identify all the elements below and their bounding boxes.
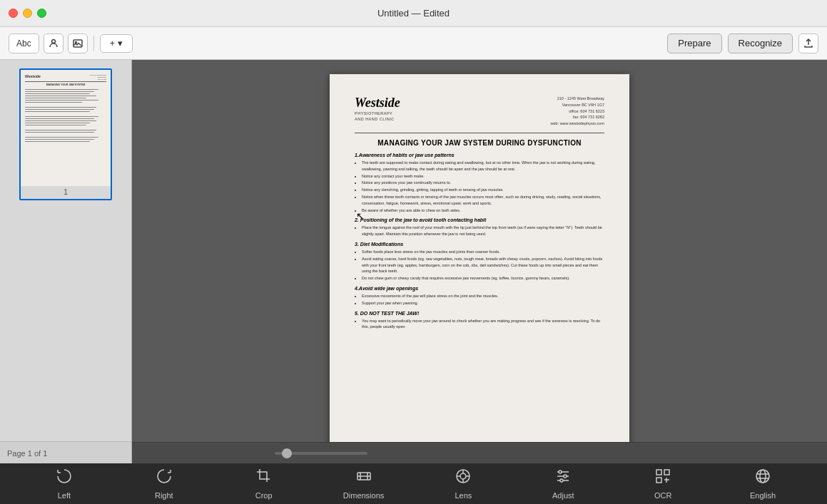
person-icon [49,38,59,48]
doc-s1-b2: Notice any contact your teeth make. [362,173,604,180]
text-tool-label: Abc [16,38,31,48]
sidebar: Westside 210-1245 West BroadwayVancouver… [0,60,132,463]
zoom-slider-track[interactable] [275,452,367,455]
text-tool-button[interactable]: Abc [9,34,39,53]
person-tool-button[interactable] [44,34,64,53]
rotate-right-tool[interactable]: Right [139,468,189,500]
address-phone: office: 604 731 6223 [550,108,604,115]
svg-point-18 [560,479,563,482]
lens-icon [455,468,472,489]
svg-point-17 [564,475,567,478]
add-button[interactable]: + ▾ [100,34,133,53]
svg-rect-19 [656,470,661,475]
address-fax: fax: 604 731 6282 [550,114,604,120]
address-web: web: www.westsidephysio.com [550,120,604,127]
doc-address: 210 - 1245 West Broadway Vancouver BC V6… [550,96,604,127]
svg-point-0 [51,39,55,43]
svg-rect-21 [656,478,661,483]
document-page: Westside PHYSIOTHERAPYAND HAND CLINIC 21… [330,74,629,442]
svg-point-8 [460,473,466,479]
lens-label: Lens [455,491,472,500]
share-button[interactable] [798,34,818,53]
page-number-label: 1 [21,186,111,199]
doc-s5-b1: You may want to periodically move your j… [362,318,604,331]
sidebar-pages: Westside 210-1245 West BroadwayVancouver… [0,60,131,441]
doc-section2-title: 2. Positioning of the jaw to avoid tooth… [355,217,604,222]
window-title: Untitled — Edited [377,8,450,19]
image-icon [73,38,83,48]
svg-point-25 [760,470,766,483]
svg-rect-20 [664,470,669,475]
dimensions-icon [355,468,372,489]
lens-tool[interactable]: Lens [438,468,488,500]
doc-logo: Westside PHYSIOTHERAPYAND HAND CLINIC [355,96,400,123]
zoom-slider-thumb[interactable] [282,448,292,458]
doc-section1-list: The teeth are supposed to make contact d… [355,160,604,213]
document-scroll[interactable]: Westside PHYSIOTHERAPYAND HAND CLINIC 21… [132,60,827,442]
doc-s1-b1: The teeth are supposed to make contact d… [362,160,604,173]
doc-s1-b5: Notice when these tooth contacts or tens… [362,194,604,207]
dimensions-tool[interactable]: Dimensions [339,468,389,500]
minimize-button[interactable] [23,9,32,18]
cursor-indicator: ↖ [356,210,365,222]
doc-section4-list: Excessive movements of the jaw will plac… [355,293,604,307]
crop-label: Crop [255,491,273,500]
doc-section4-title: 4.Avoid wide jaw openings [355,286,604,291]
ocr-icon [654,468,671,489]
page-thumbnail-1[interactable]: Westside 210-1245 West BroadwayVancouver… [19,68,112,200]
doc-section3-list: Softer foods place less stress on the ja… [355,249,604,282]
doc-s1-b6: Be aware of whether you are able to chew… [362,207,604,214]
doc-logo-subtext: PHYSIOTHERAPYAND HAND CLINIC [355,110,400,123]
english-tool[interactable]: English [738,468,788,500]
recognize-button[interactable]: Recognize [728,34,793,53]
doc-s3-b2: Avoid eating coarse, hard foods (eg. raw… [362,256,604,274]
window-controls [9,9,46,18]
doc-header: Westside PHYSIOTHERAPYAND HAND CLINIC 21… [355,96,604,127]
ocr-tool[interactable]: OCR [638,468,688,500]
doc-section5-list: You may want to periodically move your j… [355,318,604,331]
doc-title: MANAGING YOUR JAW SYSTEM DURING DYSFUNCT… [355,139,604,147]
english-label: English [750,491,776,500]
page-thumb-image: Westside 210-1245 West BroadwayVancouver… [21,70,111,186]
toolbar-divider [93,36,94,51]
titlebar: Untitled — Edited [0,0,827,27]
bottom-toolbar: Left Right Crop Dimensions [0,463,827,504]
doc-s4-b2: Support your jaw when yawning. [362,300,604,307]
document-area: Westside PHYSIOTHERAPYAND HAND CLINIC 21… [132,60,827,463]
sidebar-bottom: Page 1 of 1 [0,441,131,463]
doc-s4-b1: Excessive movements of the jaw will plac… [362,293,604,299]
crop-icon [255,468,273,489]
rotate-right-icon [156,468,173,489]
dimensions-label: Dimensions [343,491,384,500]
share-icon [803,38,813,48]
zoom-area [132,442,827,463]
rotate-left-tool[interactable]: Left [39,468,89,500]
doc-s2-b1: Place the tongue against the roof of you… [362,225,604,237]
svg-point-16 [559,470,562,473]
prepare-button[interactable]: Prepare [667,34,721,53]
adjust-tool[interactable]: Adjust [538,468,588,500]
rotate-left-icon [56,468,73,489]
rotate-right-label: Right [155,491,173,500]
doc-s1-b4: Notice any clenching, grinding, gritting… [362,187,604,193]
toolbar: Abc + ▾ Prepare Recognize [0,27,827,60]
add-button-label: + ▾ [110,38,123,48]
doc-s1-b3: Notice any positions your jaw continuall… [362,180,604,186]
close-button[interactable] [9,9,18,18]
image-tool-button[interactable] [68,34,88,53]
doc-section5-title: 5. DO NOT TEST THE JAW! [355,311,604,316]
maximize-button[interactable] [37,9,46,18]
doc-section2-list: Place the tongue against the roof of you… [355,225,604,237]
doc-divider [355,133,604,133]
adjust-icon [554,468,572,489]
doc-s3-b3: Do not chew gum or chewy candy that requ… [362,275,604,282]
doc-section3-title: 3. Diet Modifications [355,242,604,247]
rotate-left-label: Left [58,491,71,500]
doc-section1-title: 1.Awareness of habits or jaw use pattern… [355,153,604,158]
address-line2: Vancouver BC V6H 1G7 [550,102,604,108]
toolbar-actions: Prepare Recognize [667,34,818,53]
crop-tool[interactable]: Crop [239,468,289,500]
page-status: Page 1 of 1 [7,449,47,458]
adjust-label: Adjust [552,491,574,500]
doc-logo-text: Westside [355,96,400,110]
